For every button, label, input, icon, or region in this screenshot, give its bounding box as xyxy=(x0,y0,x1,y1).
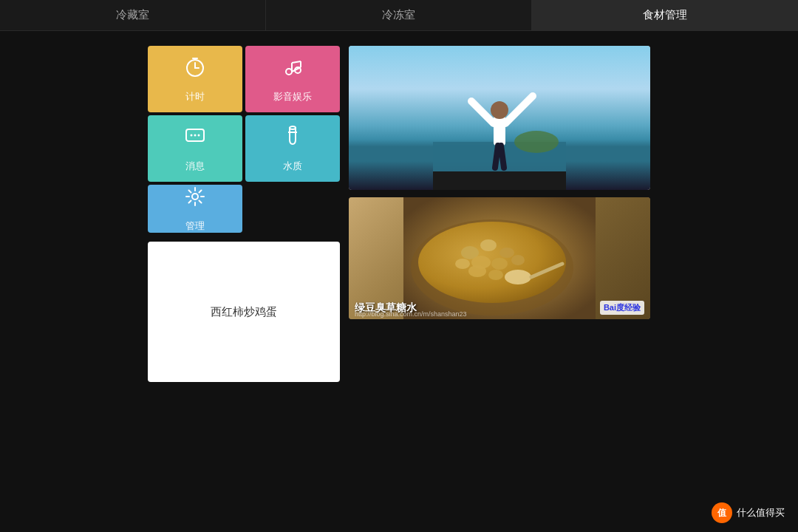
svg-line-24 xyxy=(495,146,498,168)
app-grid: 计时 影音娱乐 xyxy=(148,46,340,233)
svg-line-25 xyxy=(501,146,504,168)
svg-point-31 xyxy=(499,248,514,258)
baidu-logo: Bai度经验 xyxy=(600,301,644,315)
svg-point-33 xyxy=(491,258,508,270)
manage-icon xyxy=(183,185,207,214)
recipe-card: 西红柿炒鸡蛋 xyxy=(148,242,340,382)
tab-shicai[interactable]: 食材管理 xyxy=(532,0,798,30)
main-content: 计时 影音娱乐 xyxy=(0,31,798,532)
tile-media[interactable]: 影音娱乐 xyxy=(245,46,340,112)
person-figure xyxy=(433,46,566,190)
media-icon xyxy=(281,55,304,84)
svg-point-38 xyxy=(505,270,531,284)
svg-point-35 xyxy=(511,255,525,265)
manage-label: 管理 xyxy=(185,219,205,233)
left-column: 计时 影音娱乐 xyxy=(148,46,340,382)
svg-line-22 xyxy=(505,96,533,123)
tab-lengcang[interactable]: 冷藏室 xyxy=(0,0,266,30)
svg-point-16 xyxy=(192,194,198,200)
media-label: 影音娱乐 xyxy=(273,90,312,103)
svg-point-15 xyxy=(290,126,296,129)
watermark-icon: 值 xyxy=(712,502,732,523)
recipe-text: 西红柿炒鸡蛋 xyxy=(211,305,277,319)
message-label: 消息 xyxy=(185,160,205,173)
person-photo-panel xyxy=(349,46,650,190)
svg-line-9 xyxy=(292,61,301,63)
svg-point-34 xyxy=(455,259,470,269)
watermark: 值 什么值得买 xyxy=(712,502,785,523)
svg-point-36 xyxy=(468,265,486,277)
svg-point-12 xyxy=(194,134,197,136)
tile-timer[interactable]: 计时 xyxy=(148,46,242,112)
food-photo-panel: 绿豆臭草糖水 Bai度经验 http://blog.sina.com.cn/m/… xyxy=(349,197,650,319)
svg-point-13 xyxy=(198,134,200,136)
message-icon xyxy=(183,125,207,154)
top-nav: 冷藏室 冷冻室 食材管理 xyxy=(0,0,798,31)
svg-point-23 xyxy=(491,101,508,119)
person-scene xyxy=(349,46,650,190)
svg-point-11 xyxy=(191,134,193,136)
tab-lengdong[interactable]: 冷冻室 xyxy=(266,0,532,30)
timer-label: 计时 xyxy=(185,90,205,103)
food-scene: 绿豆臭草糖水 Bai度经验 http://blog.sina.com.cn/m/… xyxy=(349,197,650,319)
water-label: 水质 xyxy=(283,160,302,173)
watermark-text: 什么值得买 xyxy=(737,506,785,519)
water-icon xyxy=(281,125,304,154)
svg-rect-18 xyxy=(433,171,566,190)
timer-icon xyxy=(183,55,207,84)
svg-point-19 xyxy=(514,131,559,153)
right-column: 绿豆臭草糖水 Bai度经验 http://blog.sina.com.cn/m/… xyxy=(349,46,650,319)
svg-point-37 xyxy=(488,270,503,280)
tile-water[interactable]: 水质 xyxy=(245,115,340,182)
tile-message[interactable]: 消息 xyxy=(148,115,242,182)
screen-wrapper: 冷藏室 冷冻室 食材管理 计时 xyxy=(0,0,798,532)
svg-line-21 xyxy=(471,101,494,123)
food-url: http://blog.sina.com.cn/m/shanshan23 xyxy=(355,310,467,318)
svg-point-4 xyxy=(286,69,292,75)
tile-manage[interactable]: 管理 xyxy=(148,185,242,233)
svg-point-30 xyxy=(480,239,497,251)
